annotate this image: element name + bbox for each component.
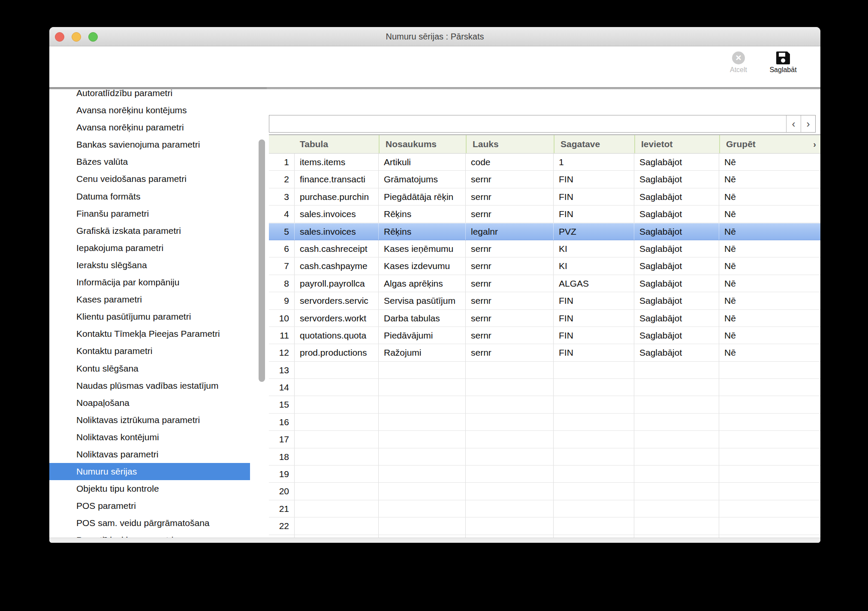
cell-ievietot: Saglabājot: [634, 310, 719, 327]
sidebar-item[interactable]: Naudas plūsmas vadības iestatījum: [49, 377, 250, 394]
cell-lauks: [466, 362, 554, 378]
sidebar-item[interactable]: Ierakstu slēgšana: [49, 257, 250, 274]
sidebar-item[interactable]: Datuma formāts: [49, 188, 250, 205]
table-row[interactable]: 20: [269, 483, 820, 500]
table-row[interactable]: 11quotations.quotaPiedāvājumisernrFINSag…: [269, 327, 820, 344]
sidebar-item[interactable]: Iepakojuma parametri: [49, 239, 250, 257]
column-header-ievietot[interactable]: Ievietot: [634, 135, 719, 153]
sidebar-item[interactable]: Grafiskā izskata parametri: [49, 222, 250, 239]
filter-input[interactable]: [269, 115, 786, 132]
table-row[interactable]: 16: [269, 414, 820, 431]
sidebar-item[interactable]: Cenu veidošanas parametri: [49, 170, 250, 188]
column-header-sagatave[interactable]: Sagatave: [554, 135, 634, 153]
cell-ievietot: [634, 517, 719, 534]
table-row[interactable]: 14: [269, 379, 820, 396]
table-row[interactable]: 13: [269, 362, 820, 379]
table-row[interactable]: 6cash.cashreceiptKases ieņēmumusernrKISa…: [269, 240, 820, 257]
cell-lauks: sernr: [466, 188, 554, 205]
column-header-lauks[interactable]: Lauks: [466, 135, 554, 153]
row-number: 9: [269, 292, 295, 309]
cell-nosaukums: [379, 414, 466, 430]
table-row[interactable]: 5sales.invoicesRēķinslegalnrPVZSaglabājo…: [269, 223, 820, 240]
table-row[interactable]: 23: [269, 535, 820, 538]
cell-grupet: [719, 379, 820, 396]
cell-grupet: [719, 535, 820, 538]
sidebar-item[interactable]: POS parametri: [49, 497, 250, 514]
scroll-right-button[interactable]: ›: [801, 115, 815, 132]
cell-ievietot: [634, 448, 719, 465]
cell-sagatave: [554, 466, 634, 482]
table-row[interactable]: 2finance.transactiGrāmatojumssernrFINSag…: [269, 171, 820, 188]
sidebar-item[interactable]: POS sam. veidu pārgrāmatošana: [49, 514, 250, 532]
sidebar-item[interactable]: Kontaktu parametri: [49, 342, 250, 360]
cell-sagatave: [554, 517, 634, 534]
row-number: 21: [269, 500, 295, 517]
title-bar[interactable]: Numuru sērijas : Pārskats: [49, 27, 820, 46]
row-number: 1: [269, 154, 295, 170]
cell-nosaukums: [379, 466, 466, 482]
sidebar-item[interactable]: Kases parametri: [49, 291, 250, 308]
cancel-button[interactable]: ✕ Atcelt: [722, 51, 755, 74]
cell-sagatave: KI: [554, 240, 634, 257]
sidebar-item[interactable]: Bāzes valūta: [49, 153, 250, 170]
cell-grupet: Nē: [719, 292, 820, 309]
sidebar-item[interactable]: Finanšu parametri: [49, 205, 250, 222]
sidebar-item[interactable]: Noliktavas iztrūkuma parametri: [49, 411, 250, 429]
cell-ievietot: Saglabājot: [634, 275, 719, 292]
table-row[interactable]: 12prod.productionsRažojumisernrFINSaglab…: [269, 344, 820, 361]
sidebar-item[interactable]: Avansa norēķinu parametri: [49, 119, 250, 136]
row-number: 5: [269, 223, 295, 240]
sidebar-item[interactable]: Autoratlīdzību parametri: [49, 89, 250, 102]
cell-nosaukums: [379, 448, 466, 465]
save-button[interactable]: Saglabāt: [766, 51, 800, 74]
cell-nosaukums: Kases izdevumu: [379, 257, 466, 274]
table-row[interactable]: 15: [269, 396, 820, 413]
cell-nosaukums: Algas aprēķins: [379, 275, 466, 292]
cell-sagatave: [554, 483, 634, 499]
cell-ievietot: [634, 500, 719, 517]
table-row[interactable]: 7cash.cashpaymeKases izdevumusernrKISagl…: [269, 257, 820, 275]
cell-lauks: [466, 379, 554, 396]
sidebar-item[interactable]: Noliktavas kontējumi: [49, 429, 250, 446]
cell-ievietot: Saglabājot: [634, 206, 719, 222]
sidebar-item[interactable]: Kontu slēgšana: [49, 360, 250, 377]
cell-tabula: sales.invoices: [295, 206, 379, 222]
sidebar-item[interactable]: Klientu pasūtījumu parametri: [49, 308, 250, 325]
sidebar-item[interactable]: Objektu tipu kontrole: [49, 480, 250, 497]
table-row[interactable]: 21: [269, 500, 820, 517]
table-row[interactable]: 10servorders.worktDarba tabulassernrFINS…: [269, 310, 820, 327]
sidebar-item[interactable]: Bankas savienojuma parametri: [49, 136, 250, 153]
cell-sagatave: [554, 396, 634, 413]
sidebar-item[interactable]: Informācija par kompāniju: [49, 274, 250, 291]
column-header-grupet[interactable]: Grupēt ›: [719, 135, 820, 153]
table-row[interactable]: 9servorders.servicServisa pasūtījumsernr…: [269, 292, 820, 309]
column-header-tabula[interactable]: Tabula: [269, 135, 379, 153]
cell-sagatave: FIN: [554, 206, 634, 222]
table-row[interactable]: 19: [269, 466, 820, 483]
cell-tabula: cash.cashreceipt: [295, 240, 379, 257]
scroll-left-button[interactable]: ‹: [786, 115, 801, 132]
cell-sagatave: [554, 414, 634, 430]
save-icon: [776, 51, 790, 64]
cell-nosaukums: Rēķins: [379, 206, 466, 222]
cell-nosaukums: Artikuli: [379, 154, 466, 170]
sidebar-item[interactable]: Numuru sērijas: [49, 463, 250, 480]
table-row[interactable]: 18: [269, 448, 820, 466]
table-row[interactable]: 17: [269, 431, 820, 448]
window-title: Numuru sērijas : Pārskats: [49, 27, 820, 46]
table-row[interactable]: 1items.itemsArtikulicode1SaglabājotNē: [269, 154, 820, 171]
column-header-nosaukums[interactable]: Nosaukums: [379, 135, 466, 153]
cell-nosaukums: Kases ieņēmumu: [379, 240, 466, 257]
table-row[interactable]: 3purchase.purchinPiegādātāja rēķinsernrF…: [269, 188, 820, 206]
sidebar-scrollbar[interactable]: [259, 139, 265, 382]
sidebar-item[interactable]: Pamatlīdzekļu parametri: [49, 532, 250, 538]
toolbar: ✕ Atcelt Saglabāt: [49, 46, 820, 87]
table-row[interactable]: 22: [269, 517, 820, 535]
sidebar-item[interactable]: Noapaļošana: [49, 394, 250, 411]
sidebar-item[interactable]: Kontaktu Tīmekļa Pieejas Parametri: [49, 325, 250, 342]
sidebar-item[interactable]: Noliktavas parametri: [49, 446, 250, 463]
table-row[interactable]: 4sales.invoicesRēķinssernrFINSaglabājotN…: [269, 206, 820, 223]
table-row[interactable]: 8payroll.payrollcaAlgas aprēķinssernrALG…: [269, 275, 820, 292]
sidebar-item[interactable]: Avansa norēķinu kontējums: [49, 102, 250, 119]
row-number: 6: [269, 240, 295, 257]
